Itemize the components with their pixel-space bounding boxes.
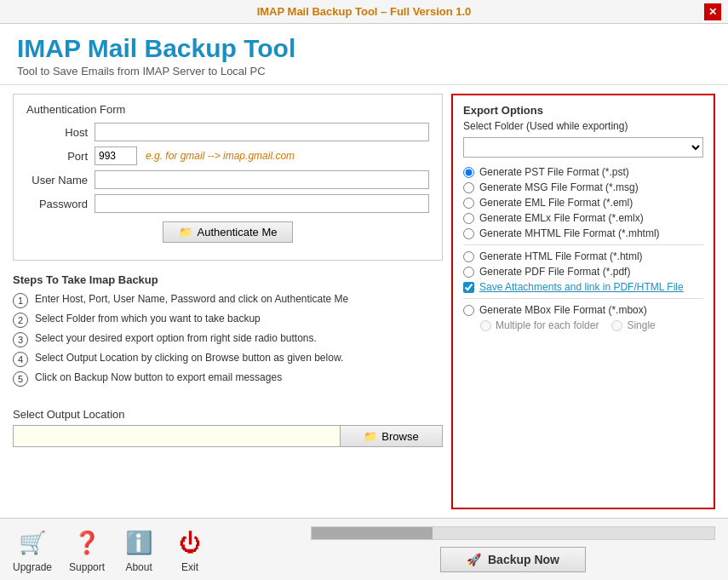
radio-pdf[interactable] (463, 267, 474, 278)
radio-msg[interactable] (463, 182, 474, 193)
password-row: Password (26, 194, 429, 213)
step-circle-4: 4 (13, 352, 28, 367)
export-option-msg: Generate MSG File Format (*.msg) (463, 181, 703, 193)
title-bar-text: IMAP Mail Backup Tool – Full Version 1.0 (24, 5, 704, 18)
export-option-eml: Generate EML File Format (*.eml) (463, 197, 703, 209)
password-input[interactable] (95, 194, 429, 213)
app-subtitle: Tool to Save Emails from IMAP Server to … (17, 65, 711, 78)
step-text-5: Click on Backup Now button to export ema… (35, 371, 282, 383)
label-mhtml: Generate MHTML File Format (*.mhtml) (479, 227, 660, 239)
upgrade-button[interactable]: 🛒 Upgrade (13, 525, 52, 573)
step-1: 1 Enter Host, Port, User Name, Password … (13, 293, 443, 308)
host-label: Host (26, 126, 95, 139)
exit-icon: ⏻ (173, 525, 207, 560)
step-text-2: Select Folder from which you want to tak… (35, 313, 261, 324)
export-option-pdf: Generate PDF File Format (*.pdf) (463, 266, 703, 278)
browse-button[interactable]: 📁 Browse (341, 425, 443, 447)
support-icon: ❓ (70, 525, 104, 560)
step-3: 3 Select your desired export option from… (13, 332, 443, 347)
step-text-4: Select Output Location by clicking on Br… (35, 352, 343, 364)
auth-form: Authentication Form Host Port e.g. for g… (13, 94, 443, 261)
backup-now-label: Backup Now (488, 553, 559, 566)
steps-section: Steps To Take Imap Backup 1 Enter Host, … (13, 269, 443, 395)
port-input[interactable] (95, 146, 137, 165)
divider-1 (463, 244, 703, 245)
label-mbox-multiple: Multiple for each folder (496, 319, 599, 331)
output-input[interactable] (13, 425, 341, 447)
label-html: Generate HTML File Format (*.html) (479, 250, 643, 262)
support-label: Support (69, 561, 105, 573)
step-circle-2: 2 (13, 313, 28, 328)
exit-label: Exit (181, 561, 198, 573)
about-label: About (125, 561, 152, 573)
radio-pst[interactable] (463, 167, 474, 178)
label-msg: Generate MSG File Format (*.msg) (479, 181, 639, 193)
radio-mhtml[interactable] (463, 228, 474, 239)
close-button[interactable]: ✕ (704, 3, 721, 20)
output-row: 📁 Browse (13, 425, 443, 447)
username-row: User Name (26, 170, 429, 189)
step-2: 2 Select Folder from which you want to t… (13, 313, 443, 328)
about-icon: ℹ️ (122, 525, 156, 560)
step-text-3: Select your desired export option from r… (35, 332, 317, 344)
export-folder-label: Select Folder (Used while exporting) (463, 120, 703, 132)
password-label: Password (26, 198, 95, 210)
divider-2 (463, 298, 703, 299)
exit-button[interactable]: ⏻ Exit (173, 525, 207, 573)
progress-bar (312, 527, 433, 539)
port-label: Port (26, 150, 95, 163)
browse-label: Browse (381, 430, 418, 443)
radio-mbox-single[interactable] (611, 320, 622, 331)
export-options-title: Export Options (463, 104, 703, 117)
username-input[interactable] (95, 170, 429, 189)
step-circle-1: 1 (13, 293, 28, 308)
output-title: Select Output Location (13, 408, 443, 421)
authenticate-button[interactable]: 📁 Authenticate Me (163, 221, 294, 243)
output-section: Select Output Location 📁 Browse (13, 408, 443, 447)
host-row: Host (26, 123, 429, 141)
upgrade-icon: 🛒 (15, 525, 49, 560)
checkbox-attachments[interactable] (463, 282, 474, 293)
radio-eml[interactable] (463, 198, 474, 209)
bottom-bar: 🛒 Upgrade ❓ Support ℹ️ About ⏻ Exit 🚀 (0, 518, 728, 580)
step-text-1: Enter Host, Port, User Name, Password an… (35, 293, 348, 305)
content-area: Authentication Form Host Port e.g. for g… (0, 85, 728, 518)
bottom-right: 🚀 Backup Now (311, 526, 715, 572)
about-button[interactable]: ℹ️ About (122, 525, 156, 573)
progress-bar-container (311, 526, 715, 540)
host-input[interactable] (95, 123, 429, 141)
step-5: 5 Click on Backup Now button to export e… (13, 371, 443, 387)
title-bar: IMAP Mail Backup Tool – Full Version 1.0… (0, 0, 728, 24)
label-mbox-single: Single (627, 319, 655, 331)
mbox-sub-options: Multiple for each folder Single (480, 319, 703, 331)
app-header: IMAP Mail Backup Tool Tool to Save Email… (0, 24, 728, 85)
step-circle-5: 5 (13, 371, 28, 387)
export-option-mbox: Generate MBox File Format (*.mbox) (463, 304, 703, 316)
support-button[interactable]: ❓ Support (69, 525, 105, 573)
export-option-pst: Generate PST File Format (*.pst) (463, 166, 703, 178)
label-emlx: Generate EMLx File Format (*.emlx) (479, 212, 644, 224)
port-row: Port e.g. for gmail --> imap.gmail.com (26, 146, 429, 165)
backup-now-button[interactable]: 🚀 Backup Now (440, 547, 586, 572)
step-4: 4 Select Output Location by clicking on … (13, 352, 443, 367)
folder-select[interactable] (463, 137, 703, 158)
export-option-html: Generate HTML File Format (*.html) (463, 250, 703, 262)
left-panel: Authentication Form Host Port e.g. for g… (13, 94, 443, 509)
label-eml: Generate EML File Format (*.eml) (479, 197, 633, 209)
radio-mbox-multiple[interactable] (480, 320, 491, 331)
auth-form-title: Authentication Form (26, 103, 429, 116)
steps-title: Steps To Take Imap Backup (13, 273, 443, 286)
username-label: User Name (26, 174, 95, 187)
main-window: IMAP Mail Backup Tool Tool to Save Email… (0, 24, 728, 580)
label-pst: Generate PST File Format (*.pst) (479, 166, 629, 178)
backup-icon: 🚀 (467, 553, 481, 566)
app-title: IMAP Mail Backup Tool (17, 34, 711, 63)
radio-html[interactable] (463, 251, 474, 262)
radio-emlx[interactable] (463, 213, 474, 224)
gmail-hint: e.g. for gmail --> imap.gmail.com (146, 150, 295, 162)
label-mbox: Generate MBox File Format (*.mbox) (479, 304, 647, 316)
radio-mbox[interactable] (463, 305, 474, 316)
bottom-nav: 🛒 Upgrade ❓ Support ℹ️ About ⏻ Exit (13, 525, 311, 573)
authenticate-label: Authenticate Me (198, 226, 278, 238)
upgrade-label: Upgrade (13, 561, 52, 573)
